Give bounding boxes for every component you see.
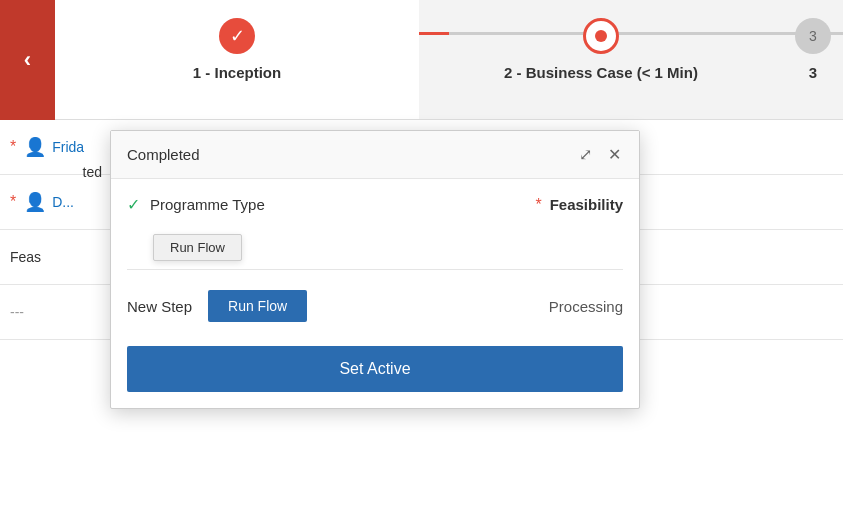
stepper-track: ✓ 1 - Inception 2 - Business Case (< 1 M… — [55, 0, 843, 119]
step-3[interactable]: 3 3 — [783, 0, 843, 119]
tooltip-run-flow-button[interactable]: Run Flow — [153, 234, 242, 261]
feasibility-value: Feasibility — [550, 196, 623, 213]
popup: Completed ⤢ ✕ ✓ Programme Type * Feasibi… — [110, 130, 640, 409]
truncated-text: ted — [83, 164, 102, 180]
step-2-dot-icon — [595, 30, 607, 42]
step-1[interactable]: ✓ 1 - Inception — [55, 0, 419, 119]
check-icon: ✓ — [127, 195, 140, 214]
popup-divider — [127, 269, 623, 270]
popup-header-icons: ⤢ ✕ — [577, 143, 623, 166]
stepper-bar: ‹ ✓ 1 - Inception 2 - Business Case (< 1… — [0, 0, 843, 120]
step-2-label: 2 - Business Case (< 1 Min) — [504, 64, 698, 81]
popup-row-1: ✓ Programme Type * Feasibility — [127, 195, 623, 214]
step-1-circle: ✓ — [219, 18, 255, 54]
step-2-circle — [583, 18, 619, 54]
feasibility-asterisk: * — [535, 196, 541, 214]
run-flow-button[interactable]: Run Flow — [208, 290, 307, 322]
programme-type-label: Programme Type — [150, 196, 265, 213]
set-active-button[interactable]: Set Active — [127, 346, 623, 392]
step-3-circle: 3 — [795, 18, 831, 54]
step-2[interactable]: 2 - Business Case (< 1 Min) — [419, 0, 783, 119]
popup-header: Completed ⤢ ✕ — [111, 131, 639, 179]
popup-close-button[interactable]: ✕ — [606, 143, 623, 166]
processing-text: Processing — [549, 298, 623, 315]
popup-body: ✓ Programme Type * Feasibility Run Flow … — [111, 179, 639, 408]
step-1-check-icon: ✓ — [230, 25, 245, 47]
step-3-icon: 3 — [809, 28, 817, 44]
popup-expand-button[interactable]: ⤢ — [577, 143, 594, 166]
back-button[interactable]: ‹ — [0, 0, 55, 120]
popup-row-2: New Step Run Flow Processing — [127, 286, 623, 322]
popup-title: Completed — [127, 146, 200, 163]
truncated-label: ted — [0, 124, 110, 219]
row-text-3: Feas — [10, 249, 41, 265]
step-3-label: 3 — [809, 64, 817, 81]
stepper-steps: ✓ 1 - Inception 2 - Business Case (< 1 M… — [55, 0, 843, 119]
back-arrow-icon: ‹ — [24, 47, 31, 73]
tooltip-area: Run Flow — [153, 234, 623, 261]
row-dashes: --- — [10, 304, 24, 320]
new-step-label: New Step — [127, 298, 192, 315]
step-1-label: 1 - Inception — [193, 64, 281, 81]
